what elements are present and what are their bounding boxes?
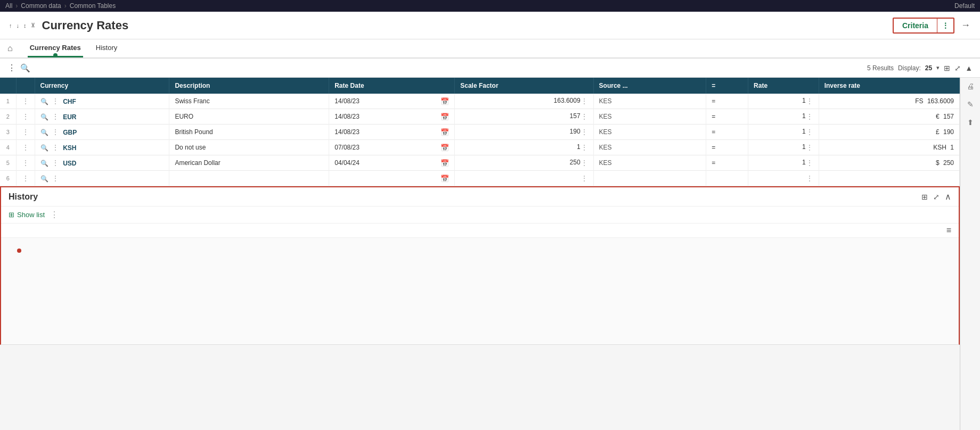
col-header-scale-factor: Scale Factor [455, 78, 593, 94]
row-eq-5: = [706, 155, 748, 171]
nav-common-data[interactable]: Common data [21, 2, 61, 10]
row-inverse-rate-3: £ 190 [819, 125, 959, 140]
row-description-3: British Pound [169, 125, 329, 140]
scroll-up-button[interactable]: ▲ [965, 64, 973, 72]
row-num-6: 6 [0, 171, 16, 186]
toolbar-left: ⋮ 🔍 [7, 63, 863, 73]
row-eq-6 [706, 171, 748, 186]
layers-icon[interactable]: ⊞ [944, 64, 950, 72]
row-rate-date-2: 14/08/23 📅 [329, 109, 455, 125]
expand-icon[interactable]: ⤢ [954, 64, 961, 72]
row-num-4: 4 [0, 140, 16, 155]
col-header-rate: Rate [748, 78, 819, 94]
tab-currency-rates[interactable]: Currency Rates [28, 39, 83, 57]
row-drag-3[interactable]: ⋮ [16, 125, 35, 140]
row-scale-factor-4: 1 ⋮ [455, 140, 593, 155]
show-list-button[interactable]: ⊞ Show list [9, 211, 45, 219]
content-area: Currency Description Rate Date Scale Fac… [0, 78, 960, 430]
show-list-grid-icon: ⊞ [9, 211, 14, 219]
row-rate-date-5: 04/04/24 📅 [329, 155, 455, 171]
toolbar-search-icon[interactable]: 🔍 [20, 63, 30, 73]
col-header-source: Source ... [593, 78, 706, 94]
row-scale-factor-5: 250 ⋮ [455, 155, 593, 171]
display-value: 25 [925, 64, 932, 72]
row-rate-date-1: 14/08/23 📅 [329, 94, 455, 109]
row-rate-date-3: 14/08/23 📅 [329, 125, 455, 140]
header-bar: ↑ ↓ ↕ ⊻ Currency Rates Criteria ⋮ → [0, 12, 980, 39]
row-drag-4[interactable]: ⋮ [16, 140, 35, 155]
col-header-rate-date: Rate Date [329, 78, 455, 94]
history-expand-icon[interactable]: ⤢ [933, 193, 940, 201]
row-rate-date-6: 📅 [329, 171, 455, 186]
nav-common-tables[interactable]: Common Tables [70, 2, 116, 10]
row-rate-6: ⋮ [748, 171, 819, 186]
col-header-currency: Currency [35, 78, 169, 94]
row-scale-factor-3: 190 ⋮ [455, 125, 593, 140]
row-rate-2: 1 ⋮ [748, 109, 819, 125]
history-collapse-icon[interactable]: ∧ [945, 192, 951, 202]
history-toolbar: ⊞ Show list ⋮ [1, 206, 959, 224]
edit-icon[interactable]: ✎ [967, 100, 974, 109]
row-description-6 [169, 171, 329, 186]
home-icon[interactable]: ⌂ [7, 44, 13, 53]
history-title: History [9, 192, 921, 202]
table-row: 6 ⋮ 🔍 ⋮ 📅 ⋮ ⋮ [0, 171, 960, 186]
row-inverse-rate-1: FS 163.6009 [819, 94, 959, 109]
sort-bottom-icon[interactable]: ⊻ [29, 21, 37, 29]
show-list-label: Show list [17, 211, 45, 219]
nav-sep2: › [64, 2, 67, 10]
row-source-5: KES [593, 155, 706, 171]
nav-default[interactable]: Default [954, 2, 975, 10]
toolbar-right: 5 Results Display: 25 ▾ ⊞ ⤢ ▲ [867, 64, 973, 72]
row-source-2: KES [593, 109, 706, 125]
tab-history[interactable]: History [94, 39, 119, 57]
row-currency-5: 🔍 ⋮ USD [35, 155, 169, 171]
sort-icons: ↑ ↓ ↕ ⊻ [7, 21, 37, 29]
row-currency-3: 🔍 ⋮ GBP [35, 125, 169, 140]
col-header-checkbox [0, 78, 16, 94]
criteria-button[interactable]: Criteria [894, 19, 937, 32]
history-content [1, 238, 959, 344]
toolbar-kebab-icon[interactable]: ⋮ [7, 63, 16, 73]
row-drag-6[interactable]: ⋮ [16, 171, 35, 186]
nav-sep1: › [15, 2, 18, 10]
row-drag-1[interactable]: ⋮ [16, 94, 35, 109]
history-layers-icon[interactable]: ⊞ [921, 193, 928, 201]
red-dot-indicator [17, 249, 21, 253]
history-header: History ⊞ ⤢ ∧ [1, 187, 959, 206]
arrow-button[interactable]: → [959, 18, 973, 33]
row-rate-5: 1 ⋮ [748, 155, 819, 171]
row-description-1: Swiss Franc [169, 94, 329, 109]
row-num-5: 5 [0, 155, 16, 171]
more-button[interactable]: ⋮ [937, 19, 953, 32]
row-currency-4: 🔍 ⋮ KSH [35, 140, 169, 155]
row-inverse-rate-6 [819, 171, 959, 186]
row-num-1: 1 [0, 94, 16, 109]
col-header-eq: = [706, 78, 748, 94]
row-eq-2: = [706, 109, 748, 125]
row-drag-5[interactable]: ⋮ [16, 155, 35, 171]
results-count: 5 Results [867, 64, 894, 72]
row-rate-3: 1 ⋮ [748, 125, 819, 140]
sort-updown-icon[interactable]: ↕ [22, 22, 28, 29]
main-content: Currency Description Rate Date Scale Fac… [0, 78, 960, 430]
row-currency-2: 🔍 ⋮ EUR [35, 109, 169, 125]
tabs-bar: ⌂ Currency Rates History [0, 39, 980, 59]
row-rate-4: 1 ⋮ [748, 140, 819, 155]
row-inverse-rate-4: KSH 1 [819, 140, 959, 155]
table-row: 3 ⋮ 🔍 ⋮ GBP British Pound 14/08/23 📅 190… [0, 125, 960, 140]
hamburger-icon[interactable]: ≡ [946, 226, 951, 235]
sort-down-icon[interactable]: ↓ [15, 22, 21, 29]
upload-icon[interactable]: ⬆ [967, 118, 974, 127]
row-drag-2[interactable]: ⋮ [16, 109, 35, 125]
row-rate-date-4: 07/08/23 📅 [329, 140, 455, 155]
table-row: 2 ⋮ 🔍 ⋮ EUR EURO 14/08/23 📅 157 ⋮ KES = … [0, 109, 960, 125]
display-dropdown-icon[interactable]: ▾ [936, 64, 940, 71]
nav-all[interactable]: All [5, 2, 12, 10]
sort-up-icon[interactable]: ↑ [7, 22, 14, 29]
print-icon[interactable]: 🖨 [967, 82, 974, 90]
history-content-toolbar: ≡ [1, 224, 959, 238]
row-scale-factor-2: 157 ⋮ [455, 109, 593, 125]
history-kebab-icon[interactable]: ⋮ [50, 210, 59, 220]
row-eq-4: = [706, 140, 748, 155]
